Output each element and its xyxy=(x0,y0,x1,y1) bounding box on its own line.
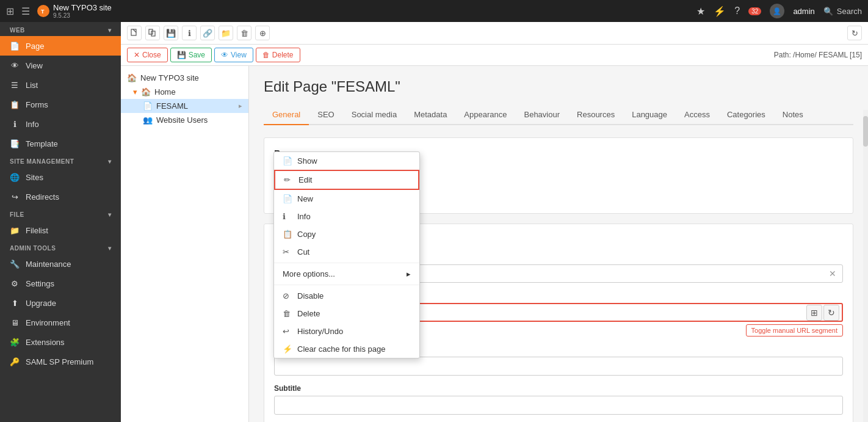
badge-count: 32 xyxy=(751,8,758,15)
new-page-button[interactable] xyxy=(127,26,142,40)
sidebar-section-file[interactable]: FILE ▾ xyxy=(0,206,121,220)
context-menu-copy[interactable]: 📋 Copy xyxy=(274,225,419,243)
tree-panel: 🏠 New TYPO3 site ▾ 🏠 Home 📄 FESAML ▸ xyxy=(121,66,249,422)
tab-seo[interactable]: SEO xyxy=(309,105,342,125)
admin-avatar[interactable]: 👤 xyxy=(770,4,784,18)
edit-page-title: Edit Page "FESAML" xyxy=(264,78,853,95)
context-menu-trigger[interactable]: ▸ xyxy=(239,102,242,110)
sidebar: WEB ▾ 📄 Page 👁 View ☰ List 📋 Forms ℹ Inf… xyxy=(0,22,121,422)
tree-item-fesaml[interactable]: 📄 FESAML ▸ xyxy=(121,99,248,113)
info-button[interactable]: ℹ xyxy=(182,26,197,40)
sidebar-item-saml[interactable]: 🔑 SAML SP Premium xyxy=(0,352,121,371)
subtitle-group: Subtitle xyxy=(274,384,843,415)
notification-badge[interactable]: 32 xyxy=(748,7,761,15)
sidebar-item-maintenance[interactable]: 🔧 Maintenance xyxy=(0,254,121,274)
toggle-url-button[interactable]: Toggle manual URL segment xyxy=(746,324,843,337)
tree-item-site[interactable]: 🏠 New TYPO3 site xyxy=(121,71,248,85)
svg-line-3 xyxy=(133,29,136,32)
redirects-icon: ↪ xyxy=(10,192,20,202)
sidebar-item-forms[interactable]: 📋 Forms xyxy=(0,95,121,114)
context-menu-show[interactable]: 📄 Show xyxy=(274,152,419,170)
tree-content: 🏠 New TYPO3 site ▾ 🏠 Home 📄 FESAML ▸ xyxy=(121,66,248,422)
context-menu-disable[interactable]: ⊘ Disable xyxy=(274,287,419,305)
context-menu-edit[interactable]: ✏ Edit xyxy=(274,170,419,190)
sidebar-item-environment[interactable]: 🖥 Environment xyxy=(0,313,121,332)
site-logo[interactable]: T New TYPO3 site 9.5.23 xyxy=(37,3,112,20)
tab-behaviour[interactable]: Behaviour xyxy=(515,105,568,125)
page-title-clear-icon[interactable]: ✕ xyxy=(829,269,836,278)
tab-categories[interactable]: Categories xyxy=(718,105,774,125)
link-button[interactable]: 🔗 xyxy=(200,26,215,40)
tab-resources[interactable]: Resources xyxy=(568,105,623,125)
sidebar-section-web[interactable]: WEB ▾ xyxy=(0,22,121,36)
tab-access[interactable]: Access xyxy=(676,105,718,125)
sidebar-section-site-management[interactable]: SITE MANAGEMENT ▾ xyxy=(0,153,121,167)
home-page-icon: 🏠 xyxy=(141,87,151,96)
context-menu-more-options[interactable]: More options... ▸ xyxy=(274,265,419,283)
section-admin-arrow: ▾ xyxy=(108,245,112,252)
tab-appearance[interactable]: Appearance xyxy=(455,105,515,125)
sidebar-item-template-label: Template xyxy=(26,139,58,148)
sidebar-item-info[interactable]: ℹ Info xyxy=(0,114,121,134)
lightning-icon[interactable]: ⚡ xyxy=(714,5,726,17)
save-button[interactable]: 💾 Save xyxy=(170,48,212,62)
context-menu-new[interactable]: 📄 New xyxy=(274,190,419,208)
sidebar-item-redirects[interactable]: ↪ Redirects xyxy=(0,187,121,206)
site-info: New TYPO3 site 9.5.23 xyxy=(53,3,112,20)
more-button[interactable]: ⊕ xyxy=(255,26,270,40)
tab-social-media[interactable]: Social media xyxy=(343,105,405,125)
context-menu-history[interactable]: ↩ History/Undo xyxy=(274,322,419,340)
view-button[interactable]: 👁 View xyxy=(214,48,253,62)
context-menu-info[interactable]: ℹ Info xyxy=(274,208,419,225)
tree-item-website-users[interactable]: 👥 Website Users xyxy=(121,113,248,127)
show-icon: 📄 xyxy=(283,156,292,166)
list-icon[interactable]: ☰ xyxy=(21,5,30,17)
grid-icon[interactable]: ⊞ xyxy=(6,5,14,17)
search-label: Search xyxy=(837,7,862,16)
sidebar-item-upgrade[interactable]: ⬆ Upgrade xyxy=(0,293,121,313)
folder-button[interactable]: 📁 xyxy=(219,26,233,40)
tab-general[interactable]: General xyxy=(264,105,309,125)
tree-item-home[interactable]: ▾ 🏠 Home xyxy=(121,85,248,99)
subtitle-input[interactable] xyxy=(274,396,843,415)
sidebar-item-page[interactable]: 📄 Page xyxy=(0,36,121,56)
sidebar-item-view[interactable]: 👁 View xyxy=(0,56,121,75)
context-menu-clear-cache[interactable]: ⚡ Clear cache for this page xyxy=(274,340,419,358)
sidebar-item-sites[interactable]: 🌐 Sites xyxy=(0,167,121,187)
svg-rect-4 xyxy=(149,29,153,34)
star-icon[interactable]: ★ xyxy=(696,5,705,17)
sidebar-item-filelist[interactable]: 📁 Filelist xyxy=(0,220,121,240)
sidebar-item-list[interactable]: ☰ List xyxy=(0,75,121,95)
wizard-button[interactable] xyxy=(145,26,160,40)
alt-nav-input[interactable] xyxy=(274,357,843,376)
sidebar-item-extensions[interactable]: 🧩 Extensions xyxy=(0,332,121,352)
url-bookmark-button[interactable]: ⊞ xyxy=(806,305,822,321)
notification-badge-wrapper[interactable]: 32 xyxy=(748,7,761,15)
tab-notes[interactable]: Notes xyxy=(774,105,812,125)
new-icon: 📄 xyxy=(283,194,292,203)
site-tree-icon: 🏠 xyxy=(127,73,137,82)
context-menu-disable-label: Disable xyxy=(297,291,324,300)
search-button[interactable]: 🔍 Search xyxy=(823,7,862,16)
copy-icon: 📋 xyxy=(283,230,292,239)
section-site-label: SITE MANAGEMENT xyxy=(10,158,74,165)
help-icon[interactable]: ? xyxy=(734,5,740,16)
sidebar-section-admin[interactable]: ADMIN TOOLS ▾ xyxy=(0,240,121,254)
tab-language[interactable]: Language xyxy=(623,105,676,125)
tab-access-label: Access xyxy=(684,110,710,119)
sidebar-item-template[interactable]: 📑 Template xyxy=(0,134,121,153)
subtitle-label: Subtitle xyxy=(274,384,843,393)
tree-fesaml-label: FESAML xyxy=(156,101,188,111)
tab-metadata[interactable]: Metadata xyxy=(405,105,455,125)
context-menu-delete[interactable]: 🗑 Delete xyxy=(274,305,419,322)
delete-button[interactable]: 🗑 Delete xyxy=(256,48,300,62)
context-menu-cut[interactable]: ✂ Cut xyxy=(274,243,419,261)
save-doc-button[interactable]: 💾 xyxy=(164,26,178,40)
delete-tree-button[interactable]: 🗑 xyxy=(237,26,251,40)
url-refresh-button[interactable]: ↻ xyxy=(823,305,839,321)
close-button[interactable]: ✕ Close xyxy=(127,48,168,62)
sidebar-item-view-label: View xyxy=(26,61,43,70)
url-segment-input[interactable] xyxy=(383,304,804,321)
refresh-button[interactable]: ↻ xyxy=(847,26,862,40)
sidebar-item-settings[interactable]: ⚙ Settings xyxy=(0,274,121,293)
